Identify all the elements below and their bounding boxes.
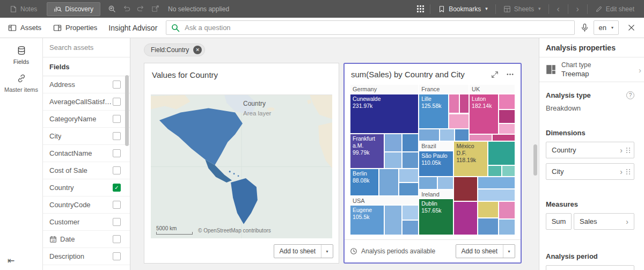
dimension-row-city[interactable]: City› bbox=[546, 163, 634, 180]
treemap-cell[interactable] bbox=[455, 129, 469, 141]
question-input[interactable] bbox=[185, 24, 569, 32]
analysis-period-row[interactable]: YearMonth-last sorte... bbox=[546, 265, 634, 270]
smart-search-button[interactable] bbox=[105, 0, 119, 18]
treemap-cell[interactable] bbox=[384, 205, 402, 235]
help-icon[interactable]: ? bbox=[626, 91, 634, 99]
field-row-customer[interactable]: Customer bbox=[43, 214, 130, 231]
treemap-cell[interactable] bbox=[469, 134, 492, 141]
drag-handle-icon[interactable] bbox=[626, 148, 630, 153]
rail-tab-fields[interactable]: Fields bbox=[0, 46, 42, 65]
sheets-button[interactable]: Sheets ▾ bbox=[498, 0, 546, 18]
treemap-cell[interactable] bbox=[488, 141, 515, 165]
voice-input-button[interactable] bbox=[580, 23, 589, 32]
treemap-cell[interactable] bbox=[453, 201, 478, 235]
treemap-cell[interactable] bbox=[488, 165, 502, 177]
field-checkbox[interactable]: ✓ bbox=[113, 184, 121, 192]
assets-toggle-button[interactable]: Assets bbox=[2, 18, 47, 38]
field-row-address[interactable]: Address bbox=[43, 76, 130, 93]
field-checkbox[interactable] bbox=[113, 201, 121, 209]
field-checkbox[interactable] bbox=[113, 235, 121, 243]
treemap-cell[interactable] bbox=[399, 183, 419, 195]
field-row-categoryname[interactable]: CategoryName bbox=[43, 111, 130, 128]
discovery-button[interactable]: Discovery bbox=[47, 2, 100, 16]
treemap-cell-luton[interactable]: Luton182.14k bbox=[469, 94, 499, 135]
measure-aggregation[interactable]: Sum bbox=[546, 213, 572, 230]
treemap-cell[interactable] bbox=[402, 220, 419, 235]
next-sheet-button[interactable]: › bbox=[570, 0, 585, 18]
chevron-right-icon[interactable]: › bbox=[626, 218, 628, 225]
treemap-cell-s-o-paulo[interactable]: São Paulo110.05k bbox=[419, 151, 453, 177]
dimension-row-country[interactable]: Country› bbox=[546, 142, 634, 158]
field-row-country[interactable]: Country✓ bbox=[43, 179, 130, 196]
treemap-cell[interactable] bbox=[399, 169, 419, 183]
treemap-cell-cunewalde[interactable]: Cunewalde231.97k bbox=[350, 94, 419, 134]
treemap-cell[interactable] bbox=[459, 94, 469, 114]
scrollbar-thumb[interactable] bbox=[125, 75, 129, 146]
previous-sheet-button[interactable]: ‹ bbox=[551, 0, 566, 18]
field-row-countrycode[interactable]: CountryCode bbox=[43, 196, 130, 214]
selections-back-button[interactable] bbox=[119, 0, 134, 18]
field-checkbox[interactable] bbox=[113, 166, 121, 174]
filter-chip[interactable]: Field:Country ✕ bbox=[144, 43, 205, 56]
treemap-cell[interactable] bbox=[419, 129, 440, 141]
treemap-cell-m-xico-d-f-[interactable]: México D.F.118.19k bbox=[453, 141, 487, 177]
collapse-panel-button[interactable]: ⇤ bbox=[8, 256, 14, 266]
selections-forward-button[interactable] bbox=[134, 0, 148, 18]
chevron-right-icon[interactable]: › bbox=[620, 168, 623, 176]
more-options-button[interactable] bbox=[506, 70, 514, 78]
field-row-date[interactable]: 18Date bbox=[43, 231, 130, 248]
field-row-averagecallsatisfa-[interactable]: AverageCallSatisfa... bbox=[43, 93, 130, 111]
treemap-cell[interactable] bbox=[478, 218, 499, 235]
world-map[interactable] bbox=[151, 95, 332, 238]
treemap-cell[interactable] bbox=[402, 152, 419, 168]
treemap-cell[interactable] bbox=[499, 201, 515, 219]
search-assets-input[interactable] bbox=[43, 38, 130, 57]
caret-down-icon[interactable]: ▾ bbox=[503, 245, 515, 258]
treemap-cell[interactable] bbox=[419, 177, 437, 189]
map-chart[interactable]: Country Area layer 5000 km © OpenStreetM… bbox=[151, 94, 332, 238]
treemap-cell[interactable] bbox=[384, 152, 402, 168]
treemap-cell-frankfurt-a-m-[interactable]: Frankfurt a.M.99.79k bbox=[350, 134, 384, 169]
field-checkbox[interactable] bbox=[113, 115, 121, 123]
treemap-cell[interactable] bbox=[499, 110, 515, 123]
field-row-contactname[interactable]: ContactName bbox=[43, 145, 130, 162]
expand-chart-button[interactable] bbox=[491, 71, 499, 78]
field-row-city[interactable]: City bbox=[43, 128, 130, 145]
field-row-description[interactable]: Description bbox=[43, 248, 130, 265]
field-checkbox[interactable] bbox=[113, 81, 121, 89]
treemap-chart-card[interactable]: sum(Sales) by Country and City GermanyFr… bbox=[343, 63, 522, 264]
treemap-cell[interactable] bbox=[478, 177, 515, 189]
treemap-cell[interactable] bbox=[449, 114, 470, 129]
field-checkbox[interactable] bbox=[113, 149, 121, 157]
edit-sheet-button[interactable]: Edit sheet bbox=[590, 0, 640, 18]
scrollbar-thumb[interactable] bbox=[533, 144, 537, 176]
treemap-cell[interactable] bbox=[492, 134, 515, 141]
treemap-cell[interactable] bbox=[499, 219, 515, 235]
treemap-cell[interactable] bbox=[478, 189, 515, 201]
treemap-cell-berlin[interactable]: Berlin88.08k bbox=[350, 169, 379, 196]
language-selector[interactable]: en ▾ bbox=[594, 20, 619, 35]
treemap-cell[interactable] bbox=[502, 165, 515, 177]
treemap-cell[interactable] bbox=[499, 94, 515, 110]
field-checkbox[interactable] bbox=[113, 252, 121, 260]
treemap-cell[interactable] bbox=[440, 129, 455, 141]
treemap-cell[interactable] bbox=[402, 134, 419, 152]
clear-selections-button[interactable] bbox=[148, 0, 163, 18]
treemap-cell[interactable] bbox=[499, 123, 515, 135]
remove-filter-button[interactable]: ✕ bbox=[193, 46, 202, 54]
drag-handle-icon[interactable] bbox=[626, 169, 630, 174]
chevron-right-icon[interactable]: › bbox=[639, 65, 641, 74]
caret-down-icon[interactable]: ▾ bbox=[321, 245, 333, 258]
treemap-cell[interactable] bbox=[437, 177, 454, 189]
bookmarks-button[interactable]: Bookmarks ▾ bbox=[433, 0, 493, 18]
field-checkbox[interactable] bbox=[113, 132, 121, 140]
treemap-cell-eugene[interactable]: Eugene105.5k bbox=[350, 205, 384, 235]
field-row-cost-of-sale[interactable]: Cost of Sale bbox=[43, 162, 130, 179]
treemap-cell-lille[interactable]: Lille125.58k bbox=[419, 94, 448, 129]
app-grid-button[interactable] bbox=[413, 0, 428, 18]
treemap-cell[interactable] bbox=[449, 94, 459, 114]
close-insight-advisor-button[interactable] bbox=[619, 24, 638, 32]
field-checkbox[interactable] bbox=[113, 98, 121, 106]
chevron-right-icon[interactable]: › bbox=[620, 147, 623, 154]
treemap-cell[interactable] bbox=[402, 205, 419, 220]
